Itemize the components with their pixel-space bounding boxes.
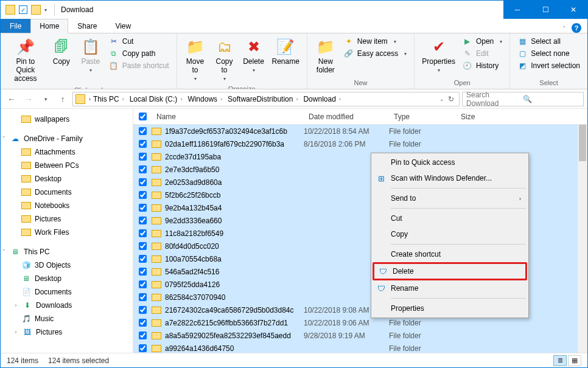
details-view-button[interactable]: ≣ <box>553 355 567 366</box>
paste-shortcut-button[interactable]: 📋Paste shortcut <box>108 60 170 71</box>
move-to-button[interactable]: 📁Moveto▾ <box>181 35 210 84</box>
tab-share[interactable]: Share <box>68 19 106 33</box>
row-checkbox[interactable] <box>139 191 147 199</box>
qat-check-icon[interactable]: ✓ <box>19 5 27 14</box>
new-folder-button[interactable]: 📁Newfolder <box>311 35 340 77</box>
tab-home[interactable]: Home <box>30 19 68 33</box>
row-checkbox[interactable] <box>139 217 147 224</box>
nav-item[interactable]: Attachments <box>1 145 133 159</box>
row-checkbox[interactable] <box>139 319 147 327</box>
properties-button[interactable]: ✔Properties▾ <box>418 35 459 75</box>
row-checkbox[interactable] <box>139 344 147 352</box>
column-type[interactable]: Type <box>389 113 456 121</box>
nav-item[interactable]: Notebooks <box>1 199 133 212</box>
ctx-copy[interactable]: Copy <box>373 226 527 242</box>
table-row[interactable]: a8a5a5929025fea82532293ef845aedd9/28/201… <box>133 329 587 342</box>
cut-button[interactable]: ✂Cut <box>108 36 170 47</box>
paste-button[interactable]: 📋 Paste ▾ <box>76 35 105 75</box>
row-checkbox[interactable] <box>139 255 147 263</box>
up-button[interactable]: ↑ <box>55 92 70 106</box>
icons-view-button[interactable]: ▦ <box>568 355 581 366</box>
qat-dropdown[interactable]: ▾ <box>44 7 47 13</box>
new-item-button[interactable]: ✦New item▾ <box>343 36 408 47</box>
row-checkbox[interactable] <box>139 280 147 288</box>
nav-item[interactable]: Desktop <box>1 172 133 186</box>
row-checkbox[interactable] <box>139 204 147 212</box>
row-checkbox[interactable] <box>139 165 147 173</box>
scrollbar-thumb[interactable] <box>579 125 586 161</box>
column-headers[interactable]: Name˄ Date modified Type Size <box>133 109 587 125</box>
history-button[interactable]: 🕘History <box>461 60 503 71</box>
nav-item[interactable]: 📄Documents <box>1 285 133 299</box>
nav-item[interactable]: 🖥Desktop <box>1 272 133 285</box>
scrollbar[interactable] <box>578 125 587 353</box>
row-checkbox[interactable] <box>139 178 147 186</box>
delete-button[interactable]: ✖Delete▾ <box>239 35 268 75</box>
column-size[interactable]: Size <box>456 113 505 121</box>
recent-locations-button[interactable]: ▾ <box>38 92 53 106</box>
row-checkbox[interactable] <box>139 229 147 237</box>
ctx-send-to[interactable]: Send to› <box>373 190 527 206</box>
tab-view[interactable]: View <box>106 19 140 33</box>
select-all-checkbox[interactable] <box>139 113 147 120</box>
nav-item[interactable]: wallpapers <box>1 113 133 126</box>
ctx-scan-defender[interactable]: ⊞Scan with Windows Defender... <box>373 170 527 186</box>
navigation-pane[interactable]: wallpapers ˅☁OneDrive - Family Attachmen… <box>1 109 133 353</box>
folder-icon <box>152 153 161 161</box>
row-checkbox[interactable] <box>139 268 147 276</box>
address-dropdown[interactable]: ⌄ <box>439 96 444 102</box>
row-checkbox[interactable] <box>139 306 147 314</box>
nav-item[interactable]: 🧊3D Objects <box>1 259 133 272</box>
row-checkbox[interactable] <box>139 293 147 301</box>
forward-button[interactable]: → <box>21 92 36 106</box>
nav-onedrive[interactable]: ˅☁OneDrive - Family <box>1 132 133 145</box>
select-all-button[interactable]: ▦Select all <box>516 36 581 47</box>
table-row[interactable]: 1f9a37cde9cf6537a032494ce3af1c6b10/22/20… <box>133 125 587 137</box>
pin-to-quick-access-button[interactable]: 📌 Pin to Quickaccess <box>4 35 47 85</box>
column-date[interactable]: Date modified <box>304 113 389 121</box>
nav-item[interactable]: Pictures <box>1 212 133 226</box>
nav-item[interactable]: Work Files <box>1 226 133 239</box>
table-row[interactable]: a99264a1436d64750File folder <box>133 342 587 353</box>
copy-path-button[interactable]: ⧉Copy path <box>108 48 170 59</box>
ribbon-collapse-button[interactable]: ˅ <box>563 26 565 31</box>
nav-item[interactable]: ›🖼Pictures <box>1 325 133 339</box>
back-button[interactable]: ← <box>4 92 19 106</box>
ctx-rename[interactable]: 🛡Rename <box>373 280 527 296</box>
row-checkbox[interactable] <box>139 332 147 339</box>
row-checkbox[interactable] <box>139 127 147 135</box>
column-name[interactable]: Name˄ <box>152 113 304 121</box>
search-box[interactable]: Search Download 🔍 <box>462 92 584 106</box>
ctx-create-shortcut[interactable]: Create shortcut <box>373 246 527 262</box>
rename-button[interactable]: 📝Rename <box>268 35 303 69</box>
ctx-pin-to-quick-access[interactable]: Pin to Quick access <box>373 154 527 170</box>
invert-selection-button[interactable]: ◩Invert selection <box>516 60 581 71</box>
easy-access-button[interactable]: 🔗Easy access▾ <box>343 48 408 59</box>
ctx-cut[interactable]: Cut <box>373 210 527 226</box>
open-button[interactable]: ▶Open▾ <box>461 36 503 47</box>
table-row[interactable]: a7e2822c6215c96ffbb53663f7b27dd110/22/20… <box>133 316 587 329</box>
copy-button[interactable]: 🗐 Copy <box>47 35 76 69</box>
help-button[interactable]: ? <box>572 23 581 33</box>
qat-folder-icon[interactable] <box>31 5 41 15</box>
address-bar[interactable]: › This PC› Local Disk (C:)› Windows› Sof… <box>72 92 460 106</box>
copy-to-button[interactable]: 🗂Copyto▾ <box>210 35 239 84</box>
nav-item[interactable]: 🎵Music <box>1 312 133 325</box>
row-checkbox[interactable] <box>139 140 147 148</box>
table-row[interactable]: 02da1eff118619faf679cb22907f6b3a8/16/201… <box>133 137 587 150</box>
tab-file[interactable]: File <box>1 19 30 33</box>
refresh-button[interactable]: ↻ <box>448 95 454 103</box>
nav-this-pc[interactable]: ˅🖥This PC <box>1 245 133 259</box>
nav-item[interactable]: Documents <box>1 186 133 199</box>
maximize-button[interactable]: ☐ <box>531 1 559 19</box>
nav-item[interactable]: Between PCs <box>1 159 133 172</box>
row-checkbox[interactable] <box>139 153 147 161</box>
edit-button[interactable]: ✎Edit <box>461 48 503 59</box>
close-button[interactable]: ✕ <box>559 1 587 19</box>
ctx-properties[interactable]: Properties <box>373 300 527 316</box>
minimize-button[interactable]: ─ <box>503 1 531 19</box>
row-checkbox[interactable] <box>139 242 147 250</box>
nav-item[interactable]: ›⬇Downloads <box>1 299 133 312</box>
ctx-delete[interactable]: 🛡Delete <box>373 262 527 280</box>
select-none-button[interactable]: ▢Select none <box>516 48 581 59</box>
